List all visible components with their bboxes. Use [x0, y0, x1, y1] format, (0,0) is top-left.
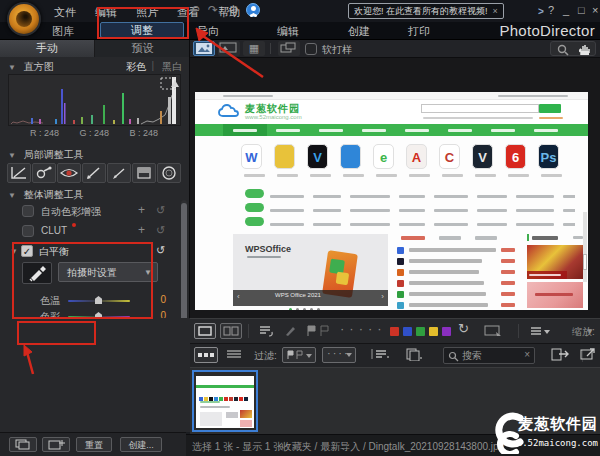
crop-rotate-tool-icon[interactable] — [7, 163, 31, 183]
view-single-button[interactable] — [193, 41, 215, 56]
color-label-4[interactable] — [442, 327, 451, 336]
notification-bubble[interactable]: 欢迎您! 在此查看所有的教程视频!× — [348, 3, 504, 19]
site-list-item — [397, 290, 517, 300]
filter-rating-dropdown[interactable]: ···· — [322, 347, 356, 363]
text-placeholder — [409, 174, 430, 177]
color-label-0[interactable] — [390, 327, 399, 336]
stack-icon[interactable] — [402, 347, 426, 363]
adjustment-brush-tool-icon[interactable] — [82, 163, 106, 183]
auto-color-row[interactable]: 自动色彩增强 + ↺ — [0, 203, 180, 220]
reset-icon[interactable]: ↺ — [156, 244, 165, 257]
auto-color-checkbox[interactable] — [22, 205, 34, 217]
single-view-button[interactable] — [194, 323, 216, 339]
view-compare-button[interactable] — [218, 41, 240, 56]
tab-print[interactable]: 打印 — [408, 24, 430, 39]
reset-icon[interactable]: ↺ — [156, 204, 165, 217]
text-placeholder — [350, 223, 390, 226]
chevron-down-icon[interactable]: ▼ — [586, 327, 594, 336]
dual-view-button[interactable] — [220, 323, 242, 339]
tab-guided[interactable]: 导向 — [197, 24, 219, 39]
text-placeholder — [270, 209, 304, 212]
list-view-button[interactable] — [224, 347, 246, 363]
histogram-color-toggle[interactable]: 彩色 — [126, 60, 146, 74]
site-nav-item — [352, 124, 396, 136]
clut-checkbox[interactable] — [22, 225, 34, 237]
paste-adjustments-button[interactable] — [42, 437, 70, 452]
histogram-chart[interactable] — [8, 74, 181, 126]
menu-file[interactable]: 文件 — [54, 5, 76, 20]
view-grid-button[interactable]: ▦ — [243, 41, 265, 56]
site-list-item — [397, 301, 517, 310]
tab-edit[interactable]: 编辑 — [277, 24, 299, 39]
zoom-magnifier-icon[interactable] — [556, 44, 570, 56]
histogram-bw-toggle[interactable]: 黑白 — [162, 60, 182, 74]
local-tools-header[interactable]: ▼ 局部调整工具 — [0, 148, 190, 163]
settings-gear-icon[interactable]: ⚙ — [228, 3, 239, 17]
pan-hand-icon[interactable] — [577, 43, 591, 56]
collapse-chevron-icon[interactable]: ▼ — [8, 151, 16, 160]
text-placeholder — [313, 195, 341, 198]
rotate-left-icon[interactable]: ↻ — [458, 321, 469, 337]
filmstrip-thumbnail-selected[interactable] — [192, 370, 258, 432]
collapse-chevron-icon[interactable]: ▼ — [8, 63, 16, 72]
site-nav-item — [309, 124, 353, 136]
red-eye-tool-icon[interactable] — [57, 163, 81, 183]
panel-tab-manual[interactable]: 手动 — [0, 40, 95, 57]
gradient-mask-tool-icon[interactable] — [132, 163, 156, 183]
color-label-1[interactable] — [403, 327, 412, 336]
panel-tab-preset[interactable]: 预设 — [95, 40, 190, 57]
reset-icon[interactable]: ↺ — [156, 224, 165, 237]
collapse-chevron-icon[interactable]: ▼ — [8, 191, 16, 200]
panel-footer: 重置 创建... — [0, 432, 186, 456]
minimize-button[interactable]: _ — [563, 4, 569, 16]
site-logo-cloud-icon — [217, 103, 243, 120]
color-label-3[interactable] — [429, 327, 438, 336]
spot-removal-tool-icon[interactable] — [32, 163, 56, 183]
info-list-icon[interactable] — [256, 323, 278, 339]
maximize-button[interactable]: □ — [578, 4, 585, 16]
selection-count: 选择 1 张 - 显示 1 张 — [192, 440, 283, 454]
reset-button[interactable]: 重置 — [76, 437, 112, 452]
tab-library[interactable]: 图库 — [52, 24, 74, 39]
help-button[interactable]: ? — [548, 4, 554, 16]
photo-canvas[interactable]: 麦葱软件园 www.52maicong.com WVeACV6Ps WPSOff… — [195, 92, 588, 310]
sort-menu-icon[interactable] — [368, 347, 394, 363]
tab-create[interactable]: 创建 — [348, 24, 370, 39]
export-icon[interactable] — [548, 347, 574, 363]
filmstrip-view-button[interactable] — [194, 347, 218, 363]
site-promo-card: WPSOffice WPS Office 2021 ‹ › — [233, 234, 388, 306]
viewer-area: ▦ 软打样 麦葱软件园 — [190, 40, 600, 318]
soft-proof-checkbox[interactable] — [305, 43, 317, 55]
text-placeholder — [539, 117, 563, 119]
external-edit-icon[interactable] — [578, 347, 600, 363]
radial-filter-tool-icon[interactable] — [157, 163, 181, 183]
search-box[interactable]: × — [443, 347, 535, 364]
color-label-2[interactable] — [416, 327, 425, 336]
user-account-icon[interactable] — [246, 3, 260, 17]
site-tag-row — [245, 202, 575, 212]
pen-edit-icon[interactable] — [282, 323, 300, 339]
text-placeholder — [399, 195, 425, 198]
filter-flags-dropdown[interactable] — [282, 347, 316, 363]
search-clear-icon[interactable]: × — [524, 349, 530, 360]
show-on-screen-icon[interactable] — [482, 323, 506, 339]
list-menu-dropdown[interactable] — [528, 323, 554, 339]
search-input[interactable] — [462, 349, 518, 362]
add-icon[interactable]: + — [138, 223, 145, 237]
clut-row[interactable]: CLUT + ↺ — [0, 223, 180, 240]
redo-icon[interactable]: ↷ — [208, 3, 218, 17]
site-header: 麦葱软件园 www.52maicong.com — [195, 100, 588, 124]
brush-tool-icon[interactable] — [107, 163, 131, 183]
close-button[interactable]: × — [592, 4, 598, 16]
create-button[interactable]: 创建... — [120, 437, 162, 452]
global-tools-header[interactable]: ▼ 整体调整工具 — [0, 188, 190, 203]
rotate-photo-button[interactable] — [278, 41, 300, 56]
notification-close-icon[interactable]: × — [493, 6, 498, 16]
undo-icon[interactable]: ↶ — [190, 3, 200, 17]
histogram-header[interactable]: ▼ 直方图 彩色 | 黑白 — [0, 60, 190, 75]
flag-icons[interactable] — [304, 323, 334, 339]
add-icon[interactable]: + — [138, 203, 145, 217]
rating-dots[interactable]: ····· — [340, 321, 387, 337]
copy-adjustments-button[interactable] — [9, 437, 37, 452]
site-tag-row — [245, 188, 575, 198]
